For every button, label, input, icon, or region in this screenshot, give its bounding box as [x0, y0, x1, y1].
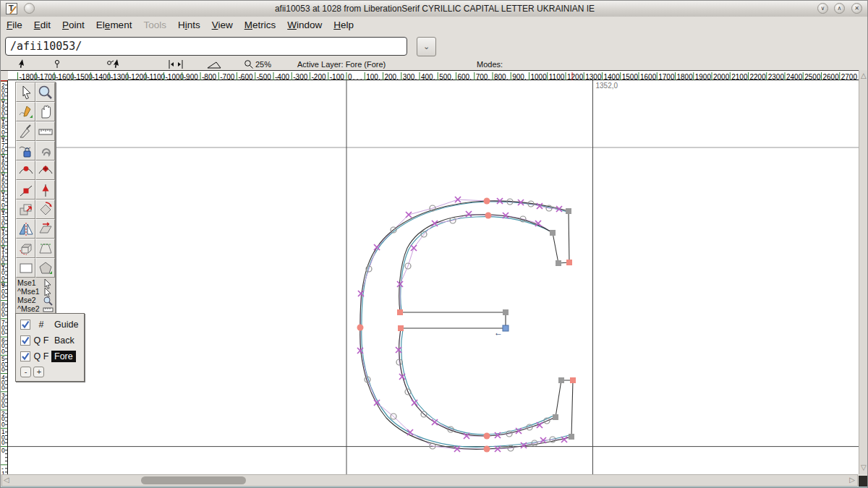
iconify-button[interactable]: ∧: [834, 3, 845, 14]
tool-grid: [16, 82, 55, 278]
tool-knife[interactable]: [16, 121, 35, 141]
vertical-scrollbar[interactable]: △ ▽: [859, 70, 868, 474]
magnify-indicator-icon: [244, 59, 254, 69]
menu-element[interactable]: Element: [90, 17, 138, 32]
rotate3d-icon: [17, 240, 35, 257]
scale-icon: [17, 201, 35, 218]
svg-text:0: 0: [1, 348, 5, 355]
menu-help[interactable]: Help: [328, 17, 359, 32]
binding-mse1: Mse1: [17, 278, 55, 287]
glyph-search-input[interactable]: [5, 37, 407, 56]
active-layer-label: Active Layer: Fore (Fore): [297, 60, 386, 69]
layers-palette: #GuideQ FBackQ FFore - +: [15, 313, 85, 382]
tool-polygon[interactable]: [35, 258, 55, 278]
menu-metrics[interactable]: Metrics: [239, 17, 282, 32]
scroll-right-icon[interactable]: ▷: [849, 476, 855, 484]
tool-palette: Mse1^Mse1Mse2^Mse2: [15, 82, 56, 315]
tool-hand[interactable]: [35, 102, 55, 121]
menu-tools: Tools: [137, 17, 172, 32]
perspective-icon: [37, 240, 54, 257]
tool-perspective[interactable]: [35, 239, 55, 258]
pointer-icon: [17, 84, 35, 101]
scroll-left-icon[interactable]: ◁: [4, 476, 9, 484]
tool-spiro-pen[interactable]: [16, 141, 35, 160]
pointer-indicator-icon: [15, 59, 27, 69]
tool-freehand[interactable]: [16, 102, 35, 121]
svg-text:0: 0: [1, 366, 5, 373]
svg-text:0: 0: [1, 402, 5, 409]
fontforge-window: T afii10053 at 1028 from LiberationSerif…: [0, 0, 868, 488]
layer-name-fore[interactable]: Fore: [51, 351, 76, 362]
resize-grip[interactable]: [859, 476, 868, 487]
tool-skew[interactable]: [35, 219, 55, 239]
spiro-icon: [37, 142, 54, 160]
tool-rectangle[interactable]: [16, 258, 35, 278]
rectangle-icon: [17, 260, 35, 277]
close-button[interactable]: ✕: [851, 3, 862, 14]
layer-visible-checkbox[interactable]: [20, 351, 30, 361]
tool-magnify[interactable]: [35, 82, 55, 102]
tool-tangent-point[interactable]: [35, 180, 55, 200]
tool-rotate3d[interactable]: [16, 239, 35, 258]
hvcurve-point-icon: [37, 162, 54, 179]
spiro-pen-icon: [17, 142, 35, 160]
add-layer-button[interactable]: +: [33, 367, 44, 377]
svg-text:0: 0: [1, 439, 5, 446]
tool-pointer[interactable]: [16, 82, 35, 102]
menu-point[interactable]: Point: [56, 17, 90, 32]
menu-file[interactable]: File: [1, 17, 28, 32]
svg-text:0: 0: [1, 447, 5, 454]
magnify-icon: [37, 84, 54, 101]
tool-rotate[interactable]: [35, 200, 55, 219]
polygon-icon: [37, 260, 54, 277]
info-strip: 25% Active Layer: Fore (Fore) Modes:: [1, 59, 868, 70]
flip-icon: [17, 221, 35, 238]
horizontal-ruler[interactable]: -1800-1700-1600-1500-1400-1300-1200-1100…: [8, 70, 859, 80]
layer-row-fore: Q FFore: [16, 348, 84, 364]
tool-corner-point[interactable]: [16, 180, 35, 200]
menu-hints[interactable]: Hints: [172, 17, 206, 32]
rotate-icon: [37, 201, 54, 218]
menu-window[interactable]: Window: [281, 17, 328, 32]
skew-icon: [37, 221, 54, 238]
tool-curve-point[interactable]: [16, 160, 35, 180]
point-indicator-icon: [53, 59, 61, 69]
tool-ruler[interactable]: [35, 121, 55, 141]
curve-point-icon: [17, 162, 35, 179]
menu-edit[interactable]: Edit: [28, 17, 56, 32]
tool-spiro[interactable]: [35, 141, 55, 160]
shade-button[interactable]: ∨: [817, 3, 828, 14]
tool-scale[interactable]: [16, 200, 35, 219]
angle-indicator-icon: [206, 59, 222, 69]
menu-bar: FileEditPointElementToolsHintsViewMetric…: [1, 17, 868, 34]
vertical-ruler[interactable]: 2000190018001700160015001400130012001100…: [1, 80, 8, 474]
modes-label: Modes:: [477, 60, 503, 69]
pointer-point-indicator-icon: [106, 59, 122, 69]
glyph-combo-button[interactable]: ⌄: [417, 37, 436, 56]
title-bar[interactable]: T afii10053 at 1028 from LiberationSerif…: [1, 1, 868, 17]
window-title: afii10053 at 1028 from LiberationSerif C…: [1, 4, 868, 14]
binding-mse2: Mse2: [17, 296, 55, 304]
scroll-up-icon[interactable]: △: [861, 72, 867, 80]
tangent-point-icon: [37, 181, 54, 199]
horizontal-scroll-thumb[interactable]: [141, 476, 246, 484]
ruler-corner: [1, 70, 8, 80]
contour-direction-cursor: ←: [494, 328, 503, 338]
layer-row-guide: #Guide: [16, 317, 84, 333]
layer-name-guide[interactable]: Guide: [51, 319, 81, 330]
menu-view[interactable]: View: [206, 17, 239, 32]
scroll-down-icon[interactable]: ▽: [861, 463, 867, 471]
horizontal-scrollbar[interactable]: ◁ ▷: [1, 474, 858, 487]
corner-point-icon: [17, 181, 35, 199]
binding-ctrl-mse1: ^Mse1: [17, 287, 55, 296]
tool-flip[interactable]: [16, 219, 35, 239]
tool-hvcurve-point[interactable]: [35, 160, 55, 180]
layer-visible-checkbox[interactable]: [20, 335, 30, 346]
svg-text:0: 0: [1, 329, 5, 336]
hand-icon: [37, 103, 54, 121]
remove-layer-button[interactable]: -: [20, 367, 31, 377]
layer-name-back[interactable]: Back: [51, 335, 77, 346]
layer-visible-checkbox[interactable]: [20, 320, 30, 330]
svg-text:1352,0: 1352,0: [596, 82, 618, 90]
glyph-canvas[interactable]: 1352,0←: [8, 80, 859, 474]
